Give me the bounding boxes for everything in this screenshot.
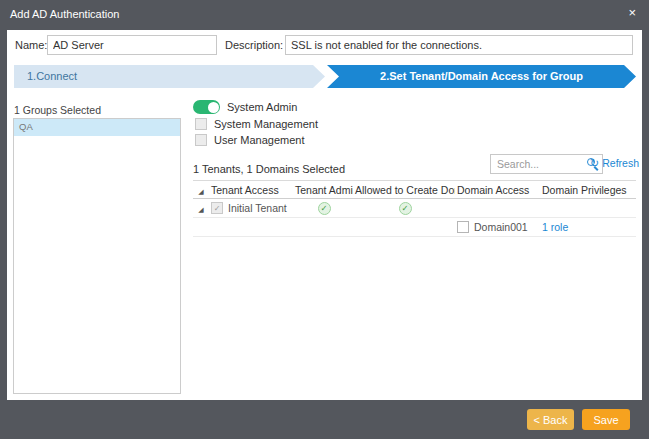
col-tenant-admin: Tenant Admin... — [293, 184, 353, 196]
expand-all-icon[interactable]: ◢ — [198, 188, 203, 195]
search-input[interactable] — [490, 154, 603, 174]
col-domain-access: Domain Access — [455, 184, 540, 196]
group-list-item[interactable]: QA — [14, 119, 180, 136]
groups-selected-count: 1 Groups Selected — [14, 104, 101, 116]
group-list[interactable]: QA — [13, 118, 181, 394]
refresh-label: Refresh — [602, 157, 639, 169]
initial-tenant-checkbox[interactable]: ✓ — [211, 202, 223, 214]
row-expand-icon[interactable]: ◢ — [198, 206, 203, 213]
col-tenant-access: Tenant Access — [209, 184, 293, 196]
system-management-checkbox[interactable] — [195, 118, 207, 130]
domain001-checkbox[interactable] — [457, 221, 469, 233]
step-set-tenant-domain-access[interactable]: 2.Set Tenant/Domain Access for Group — [327, 65, 636, 88]
tenants-domains-summary: 1 Tenants, 1 Domains Selected — [193, 163, 345, 175]
step-connect[interactable]: 1.Connect — [14, 65, 325, 88]
search-box — [490, 154, 603, 174]
checkbox-check-icon: ✓ — [212, 203, 222, 214]
tenant-admin-check-icon: ✓ — [318, 202, 331, 215]
system-admin-label: System Admin — [227, 101, 297, 113]
name-label: Name: — [15, 39, 47, 51]
tenant-domain-table: ◢ Tenant Access Tenant Admin... Allowed … — [193, 180, 636, 237]
tenant-name: Initial Tenant — [228, 202, 287, 214]
refresh-icon: ↻ — [590, 158, 599, 169]
user-management-label: User Management — [214, 134, 305, 146]
user-management-checkbox[interactable] — [195, 134, 207, 146]
add-ad-authentication-dialog: Add AD Authentication × Name: Descriptio… — [0, 0, 649, 439]
table-row-initial-tenant: ◢ ✓ Initial Tenant ✓ ✓ — [193, 199, 636, 218]
close-icon[interactable]: × — [628, 6, 636, 19]
system-management-label: System Management — [214, 118, 318, 130]
system-admin-toggle[interactable] — [193, 100, 220, 114]
name-input[interactable] — [47, 35, 217, 55]
description-label: Description: — [225, 39, 283, 51]
dialog-body: Name: Description: 1.Connect 2.Set Tenan… — [7, 30, 642, 400]
domain-privileges-link[interactable]: 1 role — [542, 221, 568, 233]
save-button[interactable]: Save — [582, 409, 630, 430]
description-input[interactable] — [285, 35, 633, 55]
domain-name: Domain001 — [474, 221, 528, 233]
col-domain-privileges: Domain Privileges — [540, 184, 636, 196]
col-allowed-create-domain: Allowed to Create Domain ... — [353, 184, 455, 196]
titlebar: Add AD Authentication × — [0, 0, 649, 30]
dialog-title: Add AD Authentication — [10, 8, 119, 20]
allowed-create-check-icon: ✓ — [399, 202, 412, 215]
back-button[interactable]: < Back — [527, 409, 574, 430]
table-header-row: ◢ Tenant Access Tenant Admin... Allowed … — [193, 180, 636, 199]
table-row-domain001: Domain001 1 role — [193, 218, 636, 237]
refresh-button[interactable]: ↻ Refresh — [590, 157, 639, 169]
